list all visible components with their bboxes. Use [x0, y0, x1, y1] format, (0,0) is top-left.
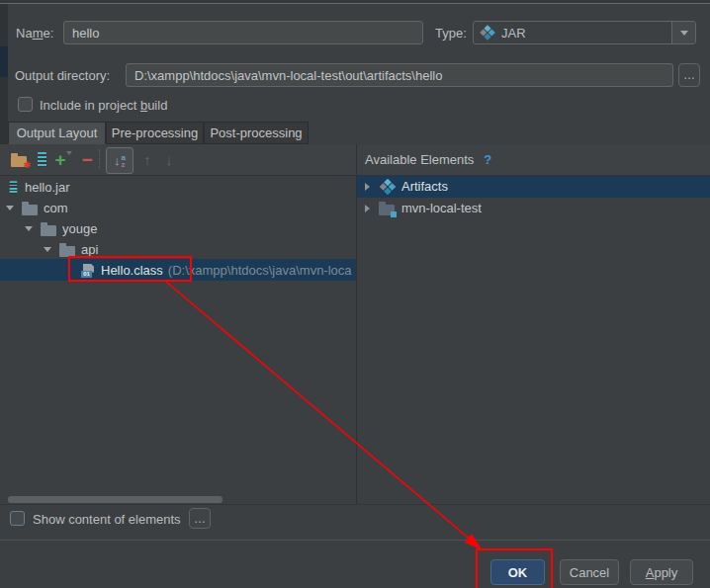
- artifact-jar-icon: [481, 26, 494, 40]
- browse-output-directory-button[interactable]: …: [678, 63, 700, 87]
- horizontal-scrollbar[interactable]: [8, 496, 222, 503]
- artifacts-icon: [381, 179, 395, 193]
- folder-icon: [41, 225, 56, 236]
- type-select[interactable]: JAR: [473, 21, 696, 44]
- include-in-build-label: Include in project build: [40, 93, 167, 117]
- show-content-label: Show content of elements: [33, 507, 181, 531]
- cancel-button[interactable]: Cancel: [560, 559, 619, 585]
- output-directory-label: Output directory:: [15, 63, 110, 87]
- new-folder-button[interactable]: ✱: [8, 144, 30, 175]
- expanded-arrow-icon[interactable]: [6, 206, 14, 210]
- tree-row-com[interactable]: com: [0, 198, 68, 218]
- module-badge-icon: [391, 211, 397, 217]
- tree-row-hello-class[interactable]: 01 Hello.class (D:\xampp\htdocs\java\mvn…: [0, 260, 356, 281]
- tab-post-processing[interactable]: Post-processing: [204, 122, 309, 144]
- folder-icon: [22, 205, 38, 215]
- tree-row-api[interactable]: api: [0, 239, 98, 260]
- sort-az-icon: az: [122, 154, 126, 168]
- sort-arrow-icon: ↓: [114, 153, 121, 168]
- remove-button[interactable]: −: [77, 144, 97, 175]
- tree-row-artifacts[interactable]: Artifacts: [357, 176, 448, 197]
- jar-file-icon: [10, 181, 18, 194]
- add-button[interactable]: +: [52, 144, 74, 175]
- tab-output-layout[interactable]: Output Layout: [8, 122, 106, 144]
- chevron-down-icon: [680, 31, 688, 36]
- tree-row-hello-jar[interactable]: hello.jar: [0, 177, 70, 198]
- arrow-down-icon: ↓: [165, 151, 173, 168]
- tree-row-youge[interactable]: youge: [0, 218, 97, 239]
- plus-icon: +: [54, 153, 65, 167]
- expanded-arrow-icon[interactable]: [25, 226, 33, 231]
- footer-separator: [0, 540, 710, 541]
- artifact-settings-dialog: Name: hello Type: JAR Output directory: …: [0, 0, 710, 588]
- move-up-button[interactable]: ↑: [137, 144, 157, 175]
- layout-toolbar: ✱ + − ↓ az ↑ ↓: [0, 144, 357, 176]
- folder-icon: [59, 246, 75, 257]
- tree-bottom-border: [0, 504, 710, 505]
- output-directory-input[interactable]: D:\xampp\htdocs\java\mvn-local-test\out\…: [126, 63, 673, 87]
- create-archive-button[interactable]: [33, 144, 50, 175]
- annotation-arrow-head: [465, 534, 482, 549]
- sort-alphabetically-toggle[interactable]: ↓ az: [106, 147, 133, 174]
- collapsed-arrow-icon[interactable]: [365, 183, 370, 191]
- show-content-checkbox[interactable]: [10, 511, 25, 526]
- new-folder-icon: ✱: [11, 156, 27, 167]
- available-elements-title: Available Elements: [365, 152, 474, 167]
- show-content-options-button[interactable]: …: [189, 508, 211, 529]
- help-icon[interactable]: ?: [484, 152, 491, 167]
- toolbar-separator: [99, 149, 102, 169]
- expanded-arrow-icon[interactable]: [44, 247, 51, 252]
- type-label: Type:: [435, 21, 467, 44]
- move-down-button[interactable]: ↓: [159, 144, 179, 175]
- name-input[interactable]: hello: [63, 21, 423, 44]
- tab-bar: Output Layout Pre-processing Post-proces…: [8, 122, 710, 144]
- tab-pre-processing[interactable]: Pre-processing: [106, 122, 204, 144]
- apply-button[interactable]: Apply: [630, 559, 693, 585]
- background-window-fragment: [0, 46, 8, 77]
- name-label: Name:: [16, 21, 53, 44]
- arrow-up-icon: ↑: [143, 151, 151, 168]
- minus-icon: −: [81, 153, 92, 167]
- chevron-down-icon: [66, 151, 72, 170]
- module-icon: [379, 205, 395, 215]
- archive-icon: [38, 152, 46, 167]
- output-layout-tree: hello.jar com youge api 01 Hello.class (…: [0, 175, 356, 504]
- titlebar-border: [0, 3, 710, 4]
- new-badge-icon: ✱: [23, 160, 31, 170]
- tree-row-mvn-local-test[interactable]: mvn-local-test: [357, 198, 482, 218]
- ok-button[interactable]: OK: [490, 559, 545, 585]
- type-value: JAR: [501, 26, 526, 41]
- include-in-build-checkbox[interactable]: [18, 97, 33, 112]
- collapsed-arrow-icon[interactable]: [365, 205, 370, 212]
- available-elements-tree: Artifacts mvn-local-test: [357, 175, 710, 504]
- class-file-icon: 01: [81, 264, 94, 278]
- available-elements-header: Available Elements ?: [357, 144, 710, 176]
- dropdown-button[interactable]: [671, 22, 695, 43]
